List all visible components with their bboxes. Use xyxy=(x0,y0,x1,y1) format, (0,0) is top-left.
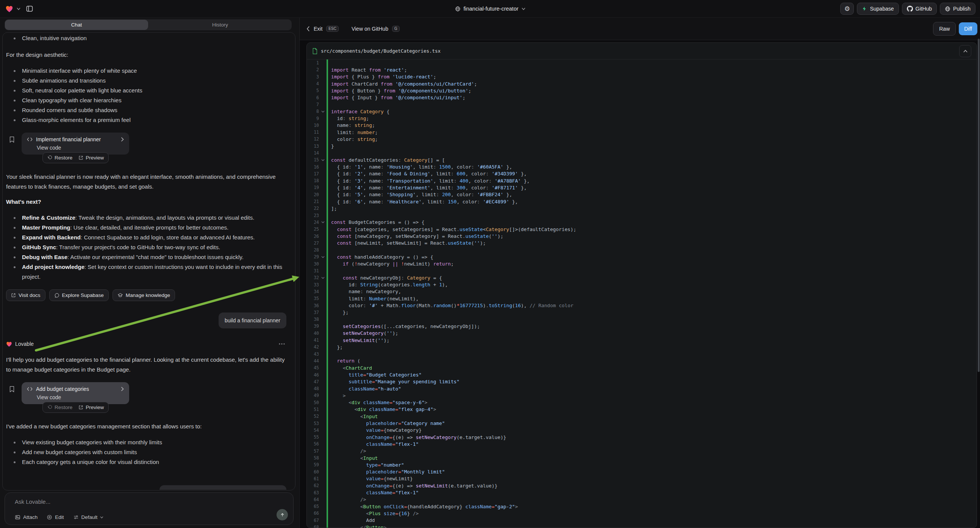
file-icon xyxy=(312,48,317,54)
diff-toggle-button[interactable]: Diff xyxy=(959,22,977,35)
esc-shortcut-badge: ESC xyxy=(326,26,339,32)
version-card[interactable]: Implement financial plannerView code xyxy=(22,132,129,154)
fold-chevron-icon[interactable] xyxy=(319,255,326,259)
line-number: 17 xyxy=(307,171,319,177)
chat-bullet-item: Soft, neutral color palette with light b… xyxy=(6,86,290,95)
preview-label: Preview xyxy=(86,402,104,412)
composer[interactable]: Ask Lovable... Attach Edit xyxy=(5,492,294,525)
code-line: 54 value={newCategory} xyxy=(307,427,977,434)
view-code-link[interactable]: View code xyxy=(37,394,124,401)
restore-button[interactable]: Restore xyxy=(47,153,72,163)
view-code-link[interactable]: View code xyxy=(37,144,124,151)
fold-chevron-icon[interactable] xyxy=(319,276,326,280)
lovable-logo-icon[interactable] xyxy=(5,5,13,13)
code-header-left: Exit ESC View on GitHub G xyxy=(307,17,400,40)
code-line: 11 limit: number; xyxy=(307,129,977,135)
settings-button[interactable]: ⚙ xyxy=(840,3,854,15)
manage-knowledge-button[interactable]: Manage knowledge xyxy=(113,289,175,301)
line-number: 39 xyxy=(307,323,319,329)
raw-toggle-button[interactable]: Raw xyxy=(933,22,956,36)
project-selector[interactable]: financial-future-creator xyxy=(455,0,525,17)
gear-icon: ⚙ xyxy=(845,6,850,12)
chat-paragraph: I'll help you add budget categories to t… xyxy=(6,355,290,375)
preview-button[interactable]: Preview xyxy=(78,402,104,412)
explore-supabase-button[interactable]: Explore Supabase xyxy=(49,289,109,301)
back-chevron-icon[interactable] xyxy=(307,26,310,32)
line-number: 24 xyxy=(307,220,319,225)
action-button-label: Manage knowledge xyxy=(126,291,170,301)
version-card[interactable]: Add budget categoriesView code xyxy=(22,382,129,404)
collapse-file-button[interactable] xyxy=(959,45,971,57)
code-line: 67 Add xyxy=(307,517,977,524)
preview-button[interactable]: Preview xyxy=(78,153,104,163)
tab-chat[interactable]: Chat xyxy=(5,20,148,30)
code-line: 19 { id: '4', name: 'Entertainment', lim… xyxy=(307,184,977,191)
chat-bullet-item: Subtle animations and transitions xyxy=(6,76,290,86)
publish-button[interactable]: Publish xyxy=(940,3,975,15)
line-number: 20 xyxy=(307,192,319,197)
chat-bullet-list: View existing budget categories with the… xyxy=(6,437,290,467)
mode-selector[interactable]: Default xyxy=(73,514,104,520)
composer-input[interactable]: Ask Lovable... xyxy=(15,498,50,505)
supabase-button[interactable]: Supabase xyxy=(857,3,899,15)
chat-paragraph: For the design aesthetic: xyxy=(6,50,290,60)
line-number: 22 xyxy=(307,206,319,211)
chevron-right-icon xyxy=(121,387,124,391)
code-line: 13} xyxy=(307,143,977,149)
line-number: 14 xyxy=(307,150,319,156)
user-message-bubble: build a financial planner xyxy=(219,312,286,328)
line-number: 9 xyxy=(307,116,319,121)
composer-toolbar: Attach Edit Default xyxy=(15,514,103,520)
bookmark-icon[interactable] xyxy=(9,386,15,393)
bookmark-icon[interactable] xyxy=(9,136,15,143)
code-line: 18 { id: '3', name: 'Transportation', li… xyxy=(307,177,977,184)
fold-chevron-icon[interactable] xyxy=(319,110,326,113)
github-label: GitHub xyxy=(916,6,932,12)
file-header[interactable]: src/components/budget/BudgetCategories.t… xyxy=(307,43,977,59)
sidebar-toggle-icon[interactable] xyxy=(24,3,35,14)
attach-button[interactable]: Attach xyxy=(15,514,38,520)
exit-button[interactable]: Exit xyxy=(313,26,322,32)
sliders-icon xyxy=(73,514,79,520)
file-diff-card: src/components/budget/BudgetCategories.t… xyxy=(307,43,977,528)
code-line: 33 id: String(categories.length + 1), xyxy=(307,281,977,288)
visit-docs-button[interactable]: Visit docs xyxy=(6,289,45,301)
globe-project-icon xyxy=(455,6,460,12)
line-number: 31 xyxy=(307,268,319,274)
line-number: 10 xyxy=(307,123,319,128)
code-line: 17 { id: '2', name: 'Food & Dining', lim… xyxy=(307,170,977,177)
chevron-right-icon xyxy=(121,137,124,142)
message-menu-icon[interactable] xyxy=(279,343,290,345)
restore-button[interactable]: Restore xyxy=(47,402,72,412)
line-number: 67 xyxy=(307,518,319,523)
action-button-label: Visit docs xyxy=(19,291,41,301)
line-number: 66 xyxy=(307,511,319,516)
fold-chevron-icon[interactable] xyxy=(319,158,326,162)
diff-added-indicator xyxy=(326,59,328,528)
code-line: 64 /> xyxy=(307,496,977,503)
line-number: 43 xyxy=(307,351,319,357)
view-on-github-link[interactable]: View on GitHub xyxy=(352,26,388,32)
restore-label: Restore xyxy=(54,402,72,412)
github-button[interactable]: GitHub xyxy=(902,3,937,15)
supabase-icon xyxy=(862,6,867,12)
code-line: 20 { id: '5', name: 'Shopping', limit: 2… xyxy=(307,191,977,198)
code-line: 23 xyxy=(307,212,977,219)
chat-icon xyxy=(54,293,59,298)
logo-chevron-down-icon[interactable] xyxy=(17,8,21,10)
line-number: 38 xyxy=(307,316,319,322)
fold-chevron-icon[interactable] xyxy=(319,220,326,224)
preview-icon xyxy=(78,155,83,160)
code-scrollbar-thumb[interactable] xyxy=(978,39,980,372)
line-number: 16 xyxy=(307,164,319,170)
code-line: 61 value={newLimit} xyxy=(307,476,977,482)
supabase-label: Supabase xyxy=(870,6,894,12)
publish-label: Publish xyxy=(953,6,970,12)
code-line: 62 onChange={(e) => setNewLimit(e.target… xyxy=(307,482,977,489)
chat-bullet-item: Add new budget categories with custom li… xyxy=(6,447,290,457)
mode-label: Default xyxy=(81,514,98,520)
code-line: 24const BudgetCategories = () => { xyxy=(307,219,977,226)
tab-history[interactable]: History xyxy=(148,19,292,30)
send-button[interactable] xyxy=(277,509,288,520)
edit-button[interactable]: Edit xyxy=(46,514,64,520)
